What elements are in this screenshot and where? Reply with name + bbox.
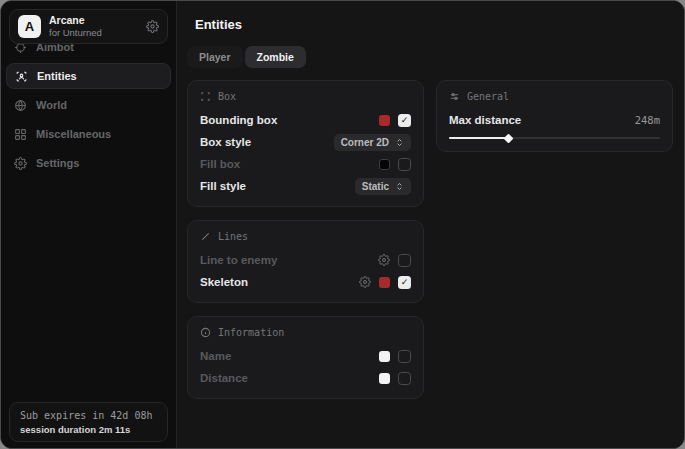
sidebar-nav: Aimbot Entities World Miscellaneous [1, 34, 176, 176]
fill-style-dropdown[interactable]: Static [355, 178, 411, 195]
setting-label: Skeleton [200, 276, 359, 288]
sidebar-item-label: Miscellaneous [36, 128, 111, 140]
brand-logo: A [18, 15, 41, 38]
setting-label: Line to enemy [200, 254, 378, 266]
setting-label: Distance [200, 372, 379, 384]
subscription-card: Sub expires in 42d 08h session duration … [9, 402, 168, 442]
setting-row-bounding-box: Bounding box [200, 109, 411, 131]
setting-row-fill-style: Fill style Static [200, 175, 411, 197]
color-swatch[interactable] [379, 351, 390, 362]
entity-tabs: Player Zombie [187, 46, 684, 68]
lines-card: Lines Line to enemy Skeleton [187, 220, 424, 303]
slider-thumb[interactable] [504, 133, 514, 143]
entities-scan-icon [15, 70, 28, 83]
sidebar-item-label: World [36, 99, 67, 111]
card-title: Lines [218, 231, 248, 242]
setting-row-box-style: Box style Corner 2D [200, 131, 411, 153]
setting-row-line-to-enemy: Line to enemy [200, 249, 411, 271]
setting-label: Box style [200, 136, 334, 148]
fill-box-checkbox[interactable] [398, 158, 411, 171]
tab-zombie[interactable]: Zombie [245, 46, 306, 68]
sidebar-item-miscellaneous[interactable]: Miscellaneous [6, 121, 171, 147]
color-swatch[interactable] [379, 159, 390, 170]
setting-row-max-distance: Max distance 248m [449, 109, 660, 131]
main-panel: Entities Player Zombie Box Bounding box [176, 1, 684, 448]
brand-card: A Arcane for Unturned [9, 9, 168, 44]
color-swatch[interactable] [379, 373, 390, 384]
info-icon [200, 327, 211, 338]
box-style-dropdown[interactable]: Corner 2D [334, 134, 411, 151]
max-distance-slider[interactable] [449, 134, 660, 142]
slider-fill [449, 137, 508, 139]
scan-corners-icon [200, 91, 211, 102]
dropdown-value: Static [362, 181, 389, 192]
sidebar-item-settings[interactable]: Settings [6, 150, 171, 176]
card-title: Box [218, 91, 236, 102]
setting-label: Fill style [200, 180, 355, 192]
gear-icon[interactable] [378, 254, 390, 266]
tab-player[interactable]: Player [187, 46, 243, 68]
setting-label: Name [200, 350, 379, 362]
setting-row-fill-box: Fill box [200, 153, 411, 175]
gear-icon[interactable] [359, 276, 371, 288]
setting-label: Max distance [449, 114, 635, 126]
brand-subtitle: for Unturned [49, 28, 138, 38]
box-card: Box Bounding box Box style Corne [187, 80, 424, 207]
color-swatch[interactable] [379, 277, 390, 288]
card-title: General [467, 91, 509, 102]
sidebar-item-world[interactable]: World [6, 92, 171, 118]
sub-expiry-text: Sub expires in 42d 08h [20, 410, 157, 421]
dropdown-value: Corner 2D [341, 137, 389, 148]
color-swatch[interactable] [379, 115, 390, 126]
setting-row-distance: Distance [200, 367, 411, 389]
name-checkbox[interactable] [398, 350, 411, 363]
chevrons-up-down-icon [395, 138, 404, 147]
sliders-icon [449, 91, 460, 102]
line-to-enemy-checkbox[interactable] [398, 254, 411, 267]
card-title: Information [218, 327, 284, 338]
setting-row-name: Name [200, 345, 411, 367]
diagonal-line-icon [200, 231, 211, 242]
setting-label: Bounding box [200, 114, 379, 126]
setting-row-skeleton: Skeleton [200, 271, 411, 293]
skeleton-checkbox[interactable] [398, 276, 411, 289]
information-card: Information Name Distance [187, 316, 424, 399]
sidebar-item-entities[interactable]: Entities [6, 63, 171, 89]
sidebar-item-label: Settings [36, 157, 79, 169]
grid-icon [14, 128, 27, 141]
gear-icon [14, 157, 27, 170]
distance-checkbox[interactable] [398, 372, 411, 385]
chevrons-up-down-icon [395, 182, 404, 191]
general-card: General Max distance 248m [436, 80, 673, 152]
bounding-box-checkbox[interactable] [398, 114, 411, 127]
sidebar-item-label: Entities [37, 70, 77, 82]
gear-icon[interactable] [146, 20, 159, 33]
setting-label: Fill box [200, 158, 379, 170]
brand-name: Arcane [49, 15, 138, 27]
app-window: A Arcane for Unturned Category Aimbot [0, 0, 685, 449]
sidebar: A Arcane for Unturned Category Aimbot [1, 1, 176, 448]
globe-icon [14, 99, 27, 112]
page-title: Entities [195, 17, 684, 32]
session-duration-text: session duration 2m 11s [20, 424, 157, 435]
max-distance-value: 248m [635, 114, 660, 126]
